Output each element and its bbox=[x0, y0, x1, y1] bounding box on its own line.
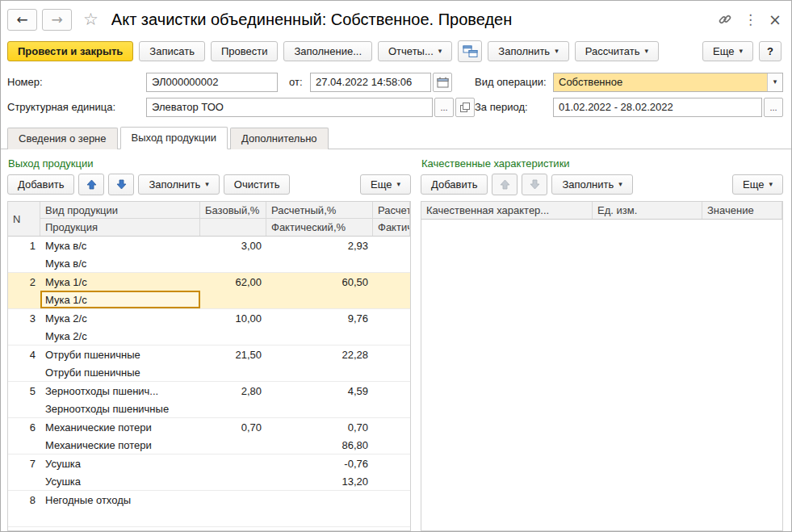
date-input[interactable]: 27.04.2022 14:58:06 bbox=[310, 73, 431, 92]
table-cell[interactable]: Зерноотходы пшеничные bbox=[40, 400, 200, 417]
table-cell[interactable]: Мука 2/с bbox=[40, 327, 200, 345]
column-header-product-type[interactable]: Вид продукции bbox=[40, 202, 200, 219]
period-select-button[interactable]: ... bbox=[764, 98, 783, 117]
table-cell[interactable] bbox=[200, 254, 266, 272]
table-cell[interactable] bbox=[266, 254, 373, 272]
more-button[interactable]: Еще▾ bbox=[702, 41, 753, 61]
table-cell[interactable]: 60,50 bbox=[266, 273, 373, 291]
table-cell[interactable] bbox=[266, 291, 373, 308]
column-header-unit[interactable]: Ед. изм. bbox=[593, 202, 702, 219]
table-cell[interactable] bbox=[373, 436, 410, 454]
table-cell[interactable] bbox=[373, 363, 410, 381]
table-cell[interactable]: 7 bbox=[8, 455, 40, 472]
write-button[interactable]: Записать bbox=[139, 41, 205, 61]
table-cell[interactable]: Отруби пшеничные bbox=[40, 346, 200, 363]
operation-combo[interactable]: Собственное ▾ bbox=[553, 73, 783, 92]
table-cell[interactable] bbox=[266, 327, 373, 345]
table-cell[interactable] bbox=[373, 382, 410, 400]
table-cell[interactable] bbox=[266, 491, 373, 509]
table-cell[interactable]: Механические потери bbox=[40, 436, 200, 454]
forward-button[interactable]: → bbox=[42, 9, 72, 31]
table-cell[interactable] bbox=[266, 509, 373, 526]
table-cell[interactable] bbox=[373, 273, 410, 291]
table-cell[interactable]: 0,70 bbox=[200, 418, 266, 436]
table-cell[interactable]: 6 bbox=[8, 418, 40, 436]
table-cell[interactable]: Усушка bbox=[40, 455, 200, 472]
column-header-fact-percent-2[interactable]: Фактический,% bbox=[373, 219, 410, 236]
column-header-base-percent[interactable]: Базовый,% bbox=[200, 202, 266, 219]
table-row[interactable]: 5Зерноотходы пшенич...2,804,59Зерноотход… bbox=[8, 382, 410, 418]
table-cell[interactable] bbox=[200, 491, 266, 509]
unit-select-button[interactable]: ... bbox=[434, 98, 454, 117]
tab-additional[interactable]: Дополнительно bbox=[230, 128, 329, 149]
quality-more-button[interactable]: Еще▾ bbox=[732, 174, 783, 195]
table-cell[interactable] bbox=[373, 455, 410, 472]
table-cell[interactable] bbox=[373, 400, 410, 417]
table-cell[interactable] bbox=[200, 455, 266, 472]
number-input[interactable]: ЭЛ000000002 bbox=[146, 73, 278, 92]
table-cell[interactable] bbox=[266, 400, 373, 417]
table-cell[interactable] bbox=[373, 309, 410, 327]
operation-value[interactable]: Собственное bbox=[554, 73, 767, 91]
table-cell[interactable]: -0,76 bbox=[266, 455, 373, 472]
close-icon[interactable]: × bbox=[769, 10, 782, 28]
unit-open-button[interactable] bbox=[455, 98, 475, 117]
table-cell[interactable]: 4 bbox=[8, 346, 40, 363]
table-cell[interactable]: Усушка bbox=[40, 472, 200, 490]
table-cell[interactable]: 8 bbox=[8, 491, 40, 509]
table-cell[interactable]: 2,93 bbox=[266, 237, 373, 254]
tab-product-output[interactable]: Выход продукции bbox=[120, 127, 228, 149]
link-icon[interactable] bbox=[718, 12, 732, 27]
table-row[interactable]: 4Отруби пшеничные21,5022,28Отруби пшенич… bbox=[8, 346, 410, 382]
tab-grain-info[interactable]: Сведения о зерне bbox=[7, 128, 118, 149]
output-move-up-button[interactable] bbox=[78, 174, 104, 195]
table-cell[interactable]: 4,59 bbox=[266, 382, 373, 400]
column-header-product[interactable]: Продукция bbox=[40, 219, 200, 236]
table-row[interactable]: 7Усушка-0,76Усушка13,20 bbox=[8, 455, 410, 491]
table-cell[interactable] bbox=[8, 509, 40, 526]
table-cell[interactable]: 2 bbox=[8, 273, 40, 291]
table-cell[interactable]: 86,80 bbox=[266, 436, 373, 454]
table-cell[interactable] bbox=[8, 472, 40, 490]
unit-input[interactable]: Элеватор ТОО bbox=[146, 98, 433, 117]
table-cell[interactable]: 3 bbox=[8, 309, 40, 327]
table-cell[interactable]: Механические потери bbox=[40, 418, 200, 436]
table-cell[interactable]: 21,50 bbox=[200, 346, 266, 363]
calculate-button[interactable]: Рассчитать▾ bbox=[575, 41, 659, 61]
table-cell[interactable]: 13,20 bbox=[266, 472, 373, 490]
table-cell[interactable]: 22,28 bbox=[266, 346, 373, 363]
table-cell[interactable] bbox=[200, 472, 266, 490]
table-cell[interactable]: Отруби пшеничные bbox=[40, 363, 200, 381]
table-cell[interactable] bbox=[373, 291, 410, 308]
table-row[interactable]: 6Механические потери0,700,70Механические… bbox=[8, 418, 410, 455]
active-table-cell[interactable]: Мука 1/с bbox=[40, 291, 200, 308]
table-cell[interactable]: 5 bbox=[8, 382, 40, 400]
table-cell[interactable] bbox=[373, 346, 410, 363]
calendar-button[interactable] bbox=[433, 73, 452, 92]
output-clear-button[interactable]: Очистить bbox=[224, 174, 291, 195]
filling-button[interactable]: Заполнение... bbox=[283, 41, 372, 61]
reports-button[interactable]: Отчеты...▾ bbox=[378, 41, 452, 61]
table-cell[interactable] bbox=[200, 400, 266, 417]
table-cell[interactable]: Мука в/с bbox=[40, 254, 200, 272]
post-button[interactable]: Провести bbox=[211, 41, 279, 61]
table-cell[interactable]: 1 bbox=[8, 237, 40, 254]
table-cell[interactable]: 10,00 bbox=[200, 309, 266, 327]
quality-move-down-button[interactable] bbox=[522, 174, 547, 195]
quality-move-up-button[interactable] bbox=[492, 174, 518, 195]
table-cell[interactable] bbox=[200, 509, 266, 526]
output-add-button[interactable]: Добавить bbox=[7, 174, 74, 195]
output-more-button[interactable]: Еще▾ bbox=[360, 174, 411, 195]
table-cell[interactable] bbox=[40, 509, 200, 526]
table-cell[interactable]: Негодные отходы bbox=[40, 491, 200, 509]
output-fill-button[interactable]: Заполнить▾ bbox=[138, 174, 219, 195]
quality-fill-button[interactable]: Заполнить▾ bbox=[551, 174, 632, 195]
column-header-characteristic[interactable]: Качественная характер... bbox=[421, 202, 593, 219]
table-row[interactable]: 3Мука 2/с10,009,76Мука 2/с bbox=[8, 309, 410, 346]
table-cell[interactable]: 3,00 bbox=[200, 237, 266, 254]
table-row[interactable]: 1Мука в/с3,002,93Мука в/с bbox=[8, 237, 410, 273]
table-cell[interactable] bbox=[373, 472, 410, 490]
table-cell[interactable]: 2,80 bbox=[200, 382, 266, 400]
table-cell[interactable] bbox=[200, 291, 266, 308]
table-cell[interactable] bbox=[8, 327, 40, 345]
